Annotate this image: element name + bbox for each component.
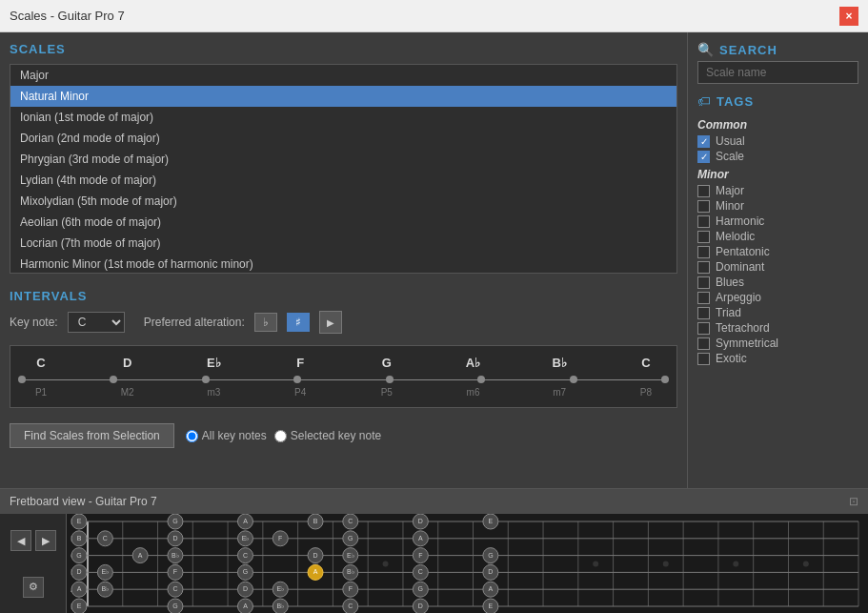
tag-checkbox[interactable]: [697, 307, 710, 319]
all-key-notes-option[interactable]: All key notes: [186, 429, 267, 442]
tag-label: Tetrachord: [716, 321, 770, 335]
scale-interval-label: m7: [540, 387, 578, 398]
tag-item[interactable]: Triad: [697, 305, 858, 320]
search-title-row: 🔍 SEARCH: [697, 42, 858, 57]
scale-note: E♭: [194, 356, 232, 370]
scale-note: B♭: [540, 356, 578, 370]
scale-list-item[interactable]: Lydian (4th mode of major): [10, 170, 676, 191]
flat-button[interactable]: ♭: [254, 313, 277, 332]
scale-note: F: [281, 356, 319, 370]
tag-label: Exotic: [716, 352, 747, 365]
settings-button[interactable]: ⚙: [23, 577, 44, 598]
fretboard-main: [67, 514, 868, 613]
tag-item[interactable]: Harmonic: [697, 214, 858, 229]
tag-label: Harmonic: [716, 215, 764, 228]
fretboard-controls: ◀ ▶ ⚙: [0, 514, 868, 613]
scale-list-item[interactable]: Phrygian (3rd mode of major): [10, 149, 676, 170]
scale-list-item[interactable]: Natural Minor: [10, 86, 676, 107]
scale-interval-label: P5: [368, 387, 406, 398]
search-section-title: SEARCH: [719, 43, 777, 57]
scale-list-item[interactable]: Locrian (7th mode of major): [10, 233, 676, 254]
dialog-body: SCALES MajorNatural MinorIonian (1st mod…: [0, 32, 868, 488]
tag-checkbox[interactable]: [697, 292, 710, 304]
tag-checkbox[interactable]: [697, 215, 710, 228]
tag-label: Pentatonic: [716, 245, 770, 258]
scale-dot: [202, 376, 210, 383]
scale-interval-label: P1: [22, 387, 60, 398]
tag-item[interactable]: Major: [697, 183, 858, 198]
fretboard-canvas: [67, 514, 868, 613]
tag-item[interactable]: Tetrachord: [697, 320, 858, 336]
tag-label: Symmetrical: [716, 337, 778, 350]
tag-item[interactable]: Exotic: [697, 351, 858, 366]
find-scales-row: Find Scales from Selection All key notes…: [10, 423, 677, 448]
scale-interval-label: M2: [109, 387, 147, 398]
selected-key-note-radio[interactable]: [274, 430, 287, 442]
scale-list-item[interactable]: Aeolian (6th mode of major): [10, 212, 676, 233]
tag-item[interactable]: Dominant: [697, 259, 858, 275]
scale-dot: [661, 376, 669, 383]
scale-dot: [386, 376, 394, 383]
scale-note: C: [627, 356, 665, 370]
selected-key-note-option[interactable]: Selected key note: [274, 429, 381, 442]
right-panel: 🔍 SEARCH 🏷 TAGS Common✓Usual✓ScaleMinorM…: [687, 32, 868, 488]
scale-line-container: [22, 372, 665, 387]
tag-checkbox[interactable]: ✓: [697, 135, 710, 148]
all-key-notes-radio[interactable]: [186, 430, 198, 442]
tag-item[interactable]: Melodic: [697, 229, 858, 244]
scale-list-item[interactable]: Ionian (1st mode of major): [10, 107, 676, 128]
tags-section: 🏷 TAGS Common✓Usual✓ScaleMinorMajorMinor…: [697, 93, 858, 366]
scale-diagram: CDE♭FGA♭B♭C P1M2m3P4P5m6m7P8: [10, 345, 677, 408]
tag-item[interactable]: ✓Scale: [697, 149, 858, 164]
scale-dot: [477, 376, 485, 383]
nav-right-button[interactable]: ▶: [35, 530, 56, 551]
tag-checkbox[interactable]: [697, 185, 710, 197]
fretboard-title: Fretboard view - Guitar Pro 7: [10, 495, 157, 508]
tag-item[interactable]: Arpeggio: [697, 290, 858, 305]
tag-item[interactable]: ✓Usual: [697, 133, 858, 149]
all-key-notes-label: All key notes: [202, 429, 267, 442]
tag-label: Usual: [716, 134, 745, 148]
tag-checkbox[interactable]: [697, 200, 710, 213]
scale-dot: [18, 376, 26, 383]
tag-checkbox[interactable]: [697, 337, 710, 350]
scale-dot: [110, 376, 117, 383]
scale-list-item[interactable]: Harmonic Minor (1st mode of harmonic min…: [10, 254, 676, 274]
scale-list[interactable]: MajorNatural MinorIonian (1st mode of ma…: [10, 64, 677, 274]
search-input[interactable]: [697, 61, 858, 84]
fretboard-left-controls: ◀ ▶ ⚙: [0, 514, 67, 613]
scale-note: D: [109, 356, 147, 370]
scale-dot: [570, 376, 577, 383]
tag-item[interactable]: Minor: [697, 198, 858, 214]
nav-left-button[interactable]: ◀: [10, 530, 31, 551]
scale-note: G: [368, 356, 406, 370]
scale-interval-label: m6: [454, 387, 493, 398]
close-button[interactable]: ×: [839, 7, 858, 26]
scale-interval-label: P4: [281, 387, 319, 398]
play-button[interactable]: ▶: [319, 311, 342, 334]
tag-checkbox[interactable]: [697, 276, 710, 289]
scale-list-item[interactable]: Dorian (2nd mode of major): [10, 128, 676, 149]
tags-scroll[interactable]: Common✓Usual✓ScaleMinorMajorMinorHarmoni…: [697, 114, 858, 366]
tag-label: Major: [716, 184, 744, 197]
scales-section-title: SCALES: [10, 42, 677, 56]
tag-item[interactable]: Pentatonic: [697, 244, 858, 259]
tag-item[interactable]: Symmetrical: [697, 336, 858, 351]
fretboard-section: Fretboard view - Guitar Pro 7 ⊡ ◀ ▶ ⚙: [0, 488, 868, 613]
tag-item[interactable]: Blues: [697, 275, 858, 290]
tag-checkbox[interactable]: ✓: [697, 151, 710, 163]
scale-list-item[interactable]: Mixolydian (5th mode of major): [10, 191, 676, 212]
sharp-button[interactable]: ♯: [287, 313, 310, 332]
tag-checkbox[interactable]: [697, 322, 710, 335]
find-scales-button[interactable]: Find Scales from Selection: [10, 423, 174, 448]
tag-checkbox[interactable]: [697, 231, 710, 243]
tag-checkbox[interactable]: [697, 353, 710, 365]
tag-checkbox[interactable]: [697, 261, 710, 274]
tag-label: Blues: [716, 276, 744, 289]
key-note-select[interactable]: C: [68, 312, 125, 333]
tag-label: Arpeggio: [716, 291, 761, 304]
tags-icon: 🏷: [697, 93, 711, 109]
tag-checkbox[interactable]: [697, 246, 710, 258]
tags-section-title: TAGS: [717, 94, 754, 109]
scale-list-item[interactable]: Major: [10, 65, 676, 86]
